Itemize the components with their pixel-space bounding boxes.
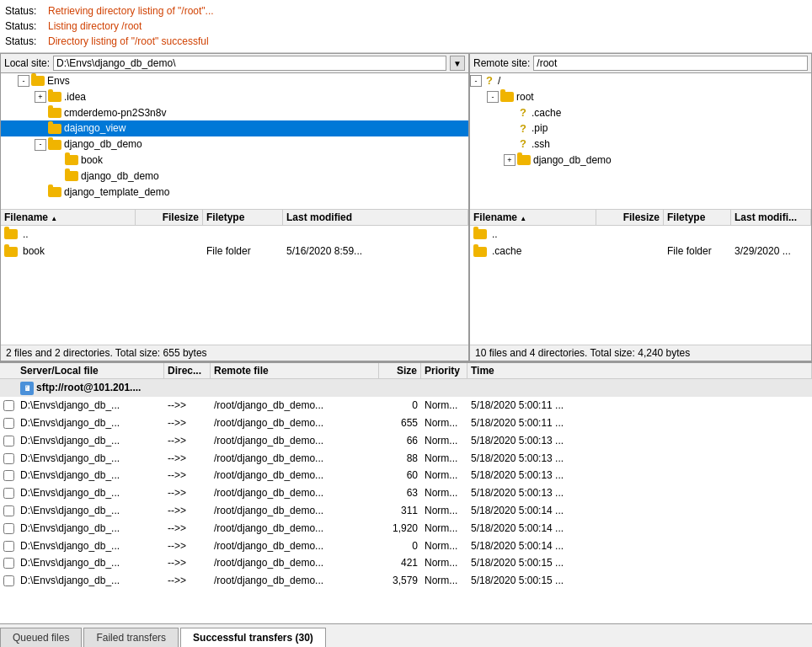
queue-check-4[interactable] <box>0 470 17 481</box>
queue-row-1[interactable]: D:\Envs\django_db_...-->>/root/django_db… <box>0 414 812 432</box>
queue-row-10[interactable]: D:\Envs\django_db_...-->>/root/django_db… <box>0 572 812 590</box>
tree-expander-4[interactable]: - <box>35 139 46 151</box>
queue-check-2[interactable] <box>0 436 17 446</box>
right-file-name-1: .cache <box>470 243 596 259</box>
queue-time-6: 5/18/2020 5:00:14 ... <box>467 503 812 519</box>
queue-dir-5: -->> <box>164 485 211 501</box>
tree-label-6: django_db_demo <box>81 169 159 184</box>
left-file-type-0 <box>203 233 283 235</box>
left-tree-item-7[interactable]: django_template_demo <box>1 184 468 201</box>
queue-row-6[interactable]: D:\Envs\django_db_...-->>/root/django_db… <box>0 502 812 520</box>
right-file-row-0[interactable]: .. <box>470 226 811 243</box>
left-header-modified[interactable]: Last modified <box>283 210 468 225</box>
queue-priority-9: Norm... <box>421 555 467 571</box>
queue-row-2[interactable]: D:\Envs\django_db_...-->>/root/django_db… <box>0 432 812 450</box>
tab-successful[interactable]: Successful transfers (30) <box>180 628 326 647</box>
queue-check-8[interactable] <box>0 541 17 552</box>
queue-checkbox-0[interactable] <box>3 400 14 411</box>
queue-checkbox-7[interactable] <box>3 523 14 534</box>
local-site-path[interactable] <box>53 56 446 71</box>
right-file-body[interactable]: ...cacheFile folder3/29/2020 ... <box>470 226 811 345</box>
left-tree-item-0[interactable]: -Envs <box>1 73 468 89</box>
right-header-filesize[interactable]: Filesize <box>596 210 664 225</box>
left-tree-item-2[interactable]: cmderdemo-pn2S3n8v <box>1 105 468 121</box>
status-line-2: Status: Listing directory /root <box>5 19 807 34</box>
left-file-row-1[interactable]: bookFile folder5/16/2020 8:59... <box>1 243 468 260</box>
remote-site-path[interactable] <box>533 56 808 71</box>
queue-server-row[interactable]: 🖥sftp://root@101.201.... <box>0 379 812 397</box>
queue-check-9[interactable] <box>0 558 17 569</box>
right-header-filetype[interactable]: Filetype <box>664 210 731 225</box>
left-tree-item-3[interactable]: dajango_view <box>1 120 468 136</box>
queue-priority-2: Norm... <box>421 433 467 449</box>
queue-row-7[interactable]: D:\Envs\django_db_...-->>/root/django_db… <box>0 520 812 537</box>
right-tree-item-4[interactable]: ?.ssh <box>470 136 811 152</box>
queue-check-5[interactable] <box>0 488 17 499</box>
queue-checkbox-2[interactable] <box>3 436 14 446</box>
queue-row-5[interactable]: D:\Envs\django_db_...-->>/root/django_db… <box>0 484 812 502</box>
queue-checkbox-5[interactable] <box>3 488 14 499</box>
left-file-body[interactable]: ..bookFile folder5/16/2020 8:59... <box>1 226 468 345</box>
queue-checkbox-1[interactable] <box>3 418 14 429</box>
queue-body[interactable]: 🖥sftp://root@101.201....D:\Envs\django_d… <box>0 379 812 623</box>
left-file-row-0[interactable]: .. <box>1 226 468 243</box>
tab-failed[interactable]: Failed transfers <box>83 628 179 647</box>
left-header-filename[interactable]: Filename ▲ <box>1 210 136 225</box>
queue-row-0[interactable]: D:\Envs\django_db_...-->>/root/django_db… <box>0 397 812 414</box>
right-tree-label-3: .pip <box>532 121 548 136</box>
queue-header-remote[interactable]: Remote file <box>211 363 379 378</box>
left-tree-item-1[interactable]: +.idea <box>1 89 468 105</box>
left-file-name-label-1: book <box>23 244 45 259</box>
queue-checkbox-8[interactable] <box>3 541 14 552</box>
queue-row-3[interactable]: D:\Envs\django_db_...-->>/root/django_db… <box>0 450 812 468</box>
right-tree-item-2[interactable]: ?.cache <box>470 105 811 121</box>
queue-header-time[interactable]: Time <box>467 363 812 378</box>
queue-check-7[interactable] <box>0 523 17 534</box>
queue-row-4[interactable]: D:\Envs\django_db_...-->>/root/django_db… <box>0 467 812 484</box>
queue-header-priority[interactable]: Priority <box>421 363 467 378</box>
queue-check-3[interactable] <box>0 453 17 464</box>
status-text-2: Listing directory /root <box>48 19 142 34</box>
queue-checkbox-3[interactable] <box>3 453 14 464</box>
queue-header-server[interactable]: Server/Local file <box>17 363 164 378</box>
tab-queued[interactable]: Queued files <box>0 628 82 647</box>
right-tree-item-0[interactable]: -?/ <box>470 73 811 89</box>
queue-check-0[interactable] <box>0 400 17 411</box>
queue-check-1[interactable] <box>0 418 17 429</box>
right-file-row-1[interactable]: .cacheFile folder3/29/2020 ... <box>470 243 811 260</box>
queue-check-10[interactable] <box>0 575 17 586</box>
tree-expander-1[interactable]: + <box>35 91 46 103</box>
local-site-dropdown[interactable]: ▼ <box>450 56 465 71</box>
tree-expander-0[interactable]: - <box>18 75 29 87</box>
queue-checkbox-9[interactable] <box>3 558 14 569</box>
right-tree-item-3[interactable]: ?.pip <box>470 120 811 136</box>
queue-local-9: D:\Envs\django_db_... <box>17 555 164 571</box>
queue-check-6[interactable] <box>0 505 17 516</box>
right-tree-item-5[interactable]: +django_db_demo <box>470 152 811 168</box>
right-tree-expander-0[interactable]: - <box>470 75 482 87</box>
queue-header-size[interactable]: Size <box>379 363 421 378</box>
right-tree-expander-5[interactable]: + <box>504 154 516 166</box>
queue-checkbox-6[interactable] <box>3 505 14 516</box>
queue-time-2: 5/18/2020 5:00:13 ... <box>467 433 812 449</box>
right-header-filename[interactable]: Filename ▲ <box>470 210 596 225</box>
queue-dir-6: -->> <box>164 503 211 519</box>
queue-checkbox-10[interactable] <box>3 575 14 586</box>
left-header-filesize[interactable]: Filesize <box>136 210 203 225</box>
left-tree-item-4[interactable]: -django_db_demo <box>1 136 468 152</box>
left-header-filetype[interactable]: Filetype <box>203 210 283 225</box>
queue-priority-5: Norm... <box>421 485 467 501</box>
right-tree[interactable]: -?/-root?.cache?.pip?.ssh+django_db_demo <box>470 73 811 210</box>
queue-header-direc[interactable]: Direc... <box>164 363 211 378</box>
left-tree-item-5[interactable]: book <box>1 152 468 168</box>
queue-dir-4: -->> <box>164 468 211 484</box>
left-tree[interactable]: -Envs+.ideacmderdemo-pn2S3n8vdajango_vie… <box>1 73 468 210</box>
right-header-modified[interactable]: Last modifi... <box>731 210 811 225</box>
queue-remote-1: /root/django_db_demo... <box>211 415 379 431</box>
left-tree-item-6[interactable]: django_db_demo <box>1 168 468 184</box>
queue-checkbox-4[interactable] <box>3 470 14 481</box>
right-tree-expander-1[interactable]: - <box>487 91 499 103</box>
right-tree-item-1[interactable]: -root <box>470 89 811 105</box>
queue-row-9[interactable]: D:\Envs\django_db_...-->>/root/django_db… <box>0 554 812 572</box>
queue-row-8[interactable]: D:\Envs\django_db_...-->>/root/django_db… <box>0 537 812 555</box>
